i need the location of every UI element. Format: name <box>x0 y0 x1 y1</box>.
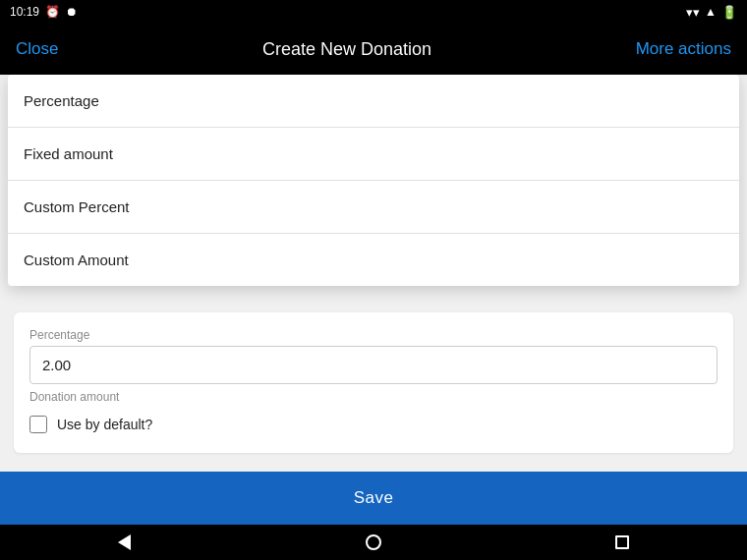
recents-icon <box>615 535 629 549</box>
dropdown-item-fixed-amount[interactable]: Fixed amount <box>8 128 739 181</box>
bottom-nav <box>0 525 747 560</box>
close-button[interactable]: Close <box>16 39 58 59</box>
more-actions-button[interactable]: More actions <box>636 39 731 59</box>
back-icon <box>118 534 131 550</box>
use-by-default-row: Use by default? <box>29 416 718 433</box>
record-icon: ⏺ <box>66 5 78 19</box>
battery-icon: 🔋 <box>721 5 737 20</box>
use-by-default-checkbox[interactable] <box>29 416 47 433</box>
status-bar: 10:19 ⏰ ⏺ ▾▾ ▲ 🔋 <box>0 0 747 24</box>
status-bar-left: 10:19 ⏰ ⏺ <box>10 5 78 19</box>
percentage-field-label: Percentage <box>29 328 718 342</box>
dropdown-menu: Percentage Fixed amount Custom Percent C… <box>8 75 739 286</box>
alarm-icon: ⏰ <box>45 5 60 19</box>
percentage-input[interactable] <box>29 346 718 384</box>
home-button[interactable] <box>354 528 393 557</box>
signal-bars-icon: ▲ <box>705 5 717 19</box>
dropdown-item-custom-percent[interactable]: Custom Percent <box>8 181 739 234</box>
recents-button[interactable] <box>603 528 642 557</box>
form-card: Percentage Donation amount Use by defaul… <box>14 312 733 453</box>
save-label: Save <box>354 488 394 508</box>
dropdown-item-custom-amount[interactable]: Custom Amount <box>8 234 739 286</box>
nav-bar: Close Create New Donation More actions <box>0 24 747 75</box>
dropdown-item-percentage[interactable]: Percentage <box>8 75 739 128</box>
status-bar-right: ▾▾ ▲ 🔋 <box>686 5 737 20</box>
back-button[interactable] <box>105 528 144 557</box>
wifi-icon: ▾▾ <box>686 5 700 20</box>
use-by-default-label: Use by default? <box>57 417 152 432</box>
save-button[interactable]: Save <box>0 472 747 525</box>
donation-amount-label: Donation amount <box>29 390 718 404</box>
home-icon <box>366 534 381 550</box>
time-display: 10:19 <box>10 5 39 19</box>
page-title: Create New Donation <box>262 39 431 60</box>
